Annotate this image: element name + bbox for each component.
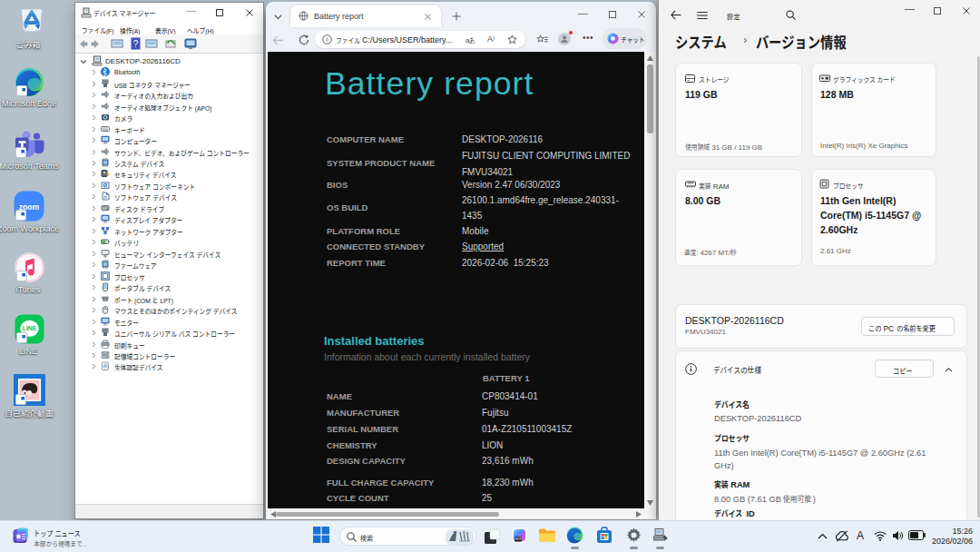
- svg-text:NEW: NEW: [514, 537, 523, 541]
- svg-text:LINE: LINE: [23, 325, 37, 331]
- svg-text:?: ?: [133, 39, 139, 49]
- svg-text:i: i: [327, 36, 328, 43]
